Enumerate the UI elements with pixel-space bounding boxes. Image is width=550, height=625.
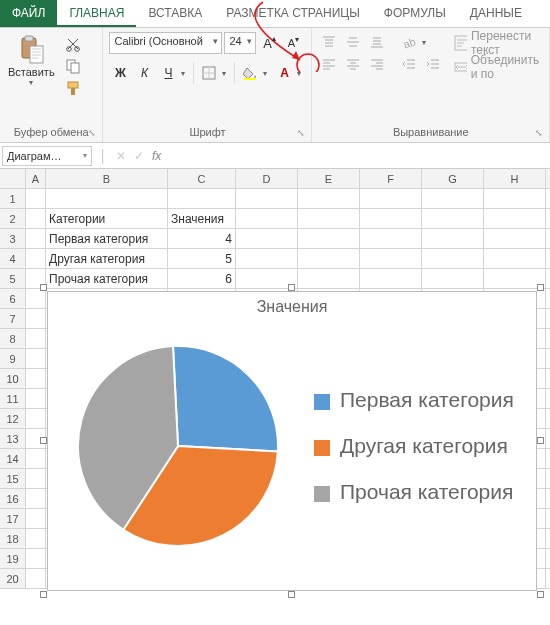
cancel-formula-icon[interactable]: ✕ [112,149,130,163]
cell-F5[interactable] [360,269,422,288]
row-head-18[interactable]: 18 [0,529,26,548]
align-right-button[interactable] [366,54,388,74]
format-painter-button[interactable] [63,78,83,98]
cell-H2[interactable] [484,209,546,228]
align-bottom-button[interactable] [366,32,388,52]
borders-dropdown[interactable]: ▾ [222,62,230,84]
copy-button[interactable] [63,56,83,76]
col-head-b[interactable]: B [46,169,168,188]
col-head-c[interactable]: C [168,169,236,188]
merge-center-button[interactable]: Объединить и по [454,56,543,78]
alignment-dialog-launcher[interactable]: ⤡ [535,128,543,138]
legend-item-1[interactable]: Другая категория [314,434,536,458]
cell-A13[interactable] [26,429,46,448]
cell-E5[interactable] [298,269,360,288]
cell-A18[interactable] [26,529,46,548]
cell-F2[interactable] [360,209,422,228]
row-head-14[interactable]: 14 [0,449,26,468]
row-head-15[interactable]: 15 [0,469,26,488]
cell-H5[interactable] [484,269,546,288]
increase-font-button[interactable]: A▴ [258,32,280,54]
col-head-d[interactable]: D [236,169,298,188]
row-head-3[interactable]: 3 [0,229,26,248]
font-color-dropdown[interactable]: ▾ [297,62,305,84]
fill-color-dropdown[interactable]: ▾ [263,62,271,84]
chart-object[interactable]: Значения Первая категория Другая категор… [47,291,537,591]
cell-G5[interactable] [422,269,484,288]
cell-A20[interactable] [26,569,46,588]
cell-A15[interactable] [26,469,46,488]
borders-button[interactable] [198,62,220,84]
cell-A6[interactable] [26,289,46,308]
col-head-a[interactable]: A [26,169,46,188]
cell-E3[interactable] [298,229,360,248]
cell-D1[interactable] [236,189,298,208]
row-head-11[interactable]: 11 [0,389,26,408]
cell-A10[interactable] [26,369,46,388]
fx-icon[interactable]: fx [152,149,161,163]
cell-D3[interactable] [236,229,298,248]
font-size-combo[interactable]: 24 [224,32,256,54]
cell-C5[interactable]: 6 [168,269,236,288]
cell-A2[interactable] [26,209,46,228]
clipboard-dialog-launcher[interactable]: ⤡ [88,128,96,138]
row-head-2[interactable]: 2 [0,209,26,228]
row-head-20[interactable]: 20 [0,569,26,588]
cell-A12[interactable] [26,409,46,428]
formula-input[interactable] [165,146,550,166]
cell-E2[interactable] [298,209,360,228]
row-head-9[interactable]: 9 [0,349,26,368]
cell-A5[interactable] [26,269,46,288]
legend-item-0[interactable]: Первая категория [314,388,536,412]
cell-G4[interactable] [422,249,484,268]
select-all-corner[interactable] [0,169,26,188]
enter-formula-icon[interactable]: ✓ [130,149,148,163]
cell-B3[interactable]: Первая категория [46,229,168,248]
chart-title[interactable]: Значения [48,298,536,316]
cell-A16[interactable] [26,489,46,508]
row-head-6[interactable]: 6 [0,289,26,308]
col-head-g[interactable]: G [422,169,484,188]
pie-chart[interactable] [48,341,308,551]
col-head-f[interactable]: F [360,169,422,188]
tab-formulas[interactable]: ФОРМУЛЫ [372,0,458,27]
cell-C3[interactable]: 4 [168,229,236,248]
cell-D4[interactable] [236,249,298,268]
cell-A8[interactable] [26,329,46,348]
row-head-17[interactable]: 17 [0,509,26,528]
cell-C1[interactable] [168,189,236,208]
row-head-8[interactable]: 8 [0,329,26,348]
cell-A14[interactable] [26,449,46,468]
italic-button[interactable]: К [133,62,155,84]
col-head-e[interactable]: E [298,169,360,188]
cell-E1[interactable] [298,189,360,208]
cell-A11[interactable] [26,389,46,408]
paste-button[interactable]: Вставить ▾ [6,32,57,89]
wrap-text-button[interactable]: Перенести текст [454,32,543,54]
cell-H4[interactable] [484,249,546,268]
underline-dropdown[interactable]: ▾ [181,62,189,84]
cell-A17[interactable] [26,509,46,528]
name-box[interactable]: Диаграм…▾ [2,146,92,166]
row-head-1[interactable]: 1 [0,189,26,208]
tab-home[interactable]: ГЛАВНАЯ [57,0,136,27]
cell-C4[interactable]: 5 [168,249,236,268]
orientation-button[interactable]: ab [398,32,420,52]
row-head-10[interactable]: 10 [0,369,26,388]
cell-B4[interactable]: Другая категория [46,249,168,268]
cell-E4[interactable] [298,249,360,268]
cell-H1[interactable] [484,189,546,208]
cell-B2[interactable]: Категории [46,209,168,228]
cell-A4[interactable] [26,249,46,268]
tab-insert[interactable]: ВСТАВКА [136,0,214,27]
legend-item-2[interactable]: Прочая категория [314,480,536,504]
align-left-button[interactable] [318,54,340,74]
tab-page-layout[interactable]: РАЗМЕТКА СТРАНИЦЫ [214,0,372,27]
fill-color-button[interactable] [239,62,261,84]
cut-button[interactable] [63,34,83,54]
cell-H3[interactable] [484,229,546,248]
cell-A3[interactable] [26,229,46,248]
cell-C2[interactable]: Значения [168,209,236,228]
align-middle-button[interactable] [342,32,364,52]
cell-A9[interactable] [26,349,46,368]
